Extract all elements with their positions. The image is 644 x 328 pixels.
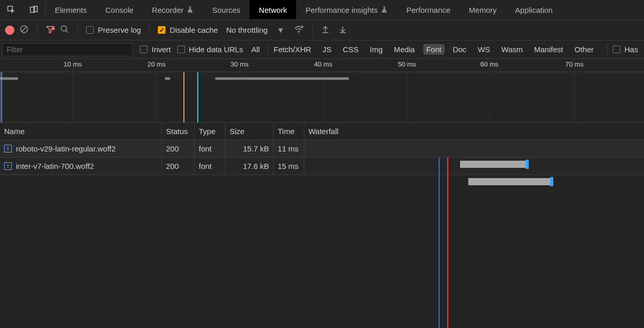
type-filter-other[interactable]: Other: [571, 44, 597, 55]
clear-icon[interactable]: [19, 25, 29, 35]
type-filter-manifest[interactable]: Manifest: [531, 44, 567, 55]
grid-header: Name Status Type Size Time Waterfall: [0, 123, 644, 140]
type-filter-all[interactable]: All: [248, 44, 263, 55]
filter-icon[interactable]: [46, 25, 55, 35]
tab-performance-insights[interactable]: Performance insights: [296, 0, 397, 19]
network-conditions-icon[interactable]: [294, 24, 304, 36]
cell-type: font: [195, 140, 225, 157]
waterfall-marker: [447, 158, 448, 328]
search-icon[interactable]: [60, 25, 69, 35]
ruler-tick: 40 ms: [314, 60, 332, 68]
svg-line-4: [22, 27, 27, 32]
filter-input[interactable]: [2, 43, 133, 56]
chevron-down-icon: ▼: [277, 26, 284, 34]
throttling-select[interactable]: No throttling ▼: [226, 26, 284, 34]
inspect-icon[interactable]: [0, 0, 23, 19]
preserve-log-label: Preserve log: [98, 26, 141, 34]
gridline: [489, 59, 490, 122]
column-header-status[interactable]: Status: [162, 123, 195, 140]
tab-console[interactable]: Console: [96, 0, 143, 19]
tab-application[interactable]: Application: [506, 0, 562, 19]
separator: [607, 44, 608, 55]
has-blocked-checkbox[interactable]: [613, 46, 620, 53]
timeline-ruler: 10 ms20 ms30 ms40 ms50 ms60 ms70 ms: [0, 59, 644, 72]
gridline: [407, 59, 407, 122]
gridline: [323, 59, 324, 122]
waterfall-bar[interactable]: [468, 178, 550, 185]
selection-handle[interactable]: [0, 72, 2, 122]
overview-marker: [197, 72, 198, 122]
separator: [77, 25, 78, 36]
type-filter-wasm[interactable]: Wasm: [498, 44, 526, 55]
grid-body: Troboto-v29-latin-regular.woff2200font15…: [0, 140, 644, 328]
network-filterbar: Invert Hide data URLs AllFetch/XHRJSCSSI…: [0, 40, 644, 59]
hide-data-urls-checkbox[interactable]: [177, 46, 185, 53]
tab-network[interactable]: Network: [250, 0, 296, 19]
cell-name: Tinter-v7-latin-700.woff2: [0, 158, 162, 174]
type-filter-img[interactable]: Img: [367, 44, 386, 55]
gridline: [156, 59, 157, 122]
invert-checkbox[interactable]: [140, 46, 148, 53]
tab-recorder[interactable]: Recorder: [143, 0, 203, 19]
column-header-name[interactable]: Name: [0, 123, 162, 140]
svg-line-6: [66, 30, 68, 33]
type-filter-css[interactable]: CSS: [340, 44, 362, 55]
hide-data-urls-toggle[interactable]: Hide data URLs: [177, 45, 243, 54]
disable-cache-toggle[interactable]: Disable cache: [158, 26, 218, 34]
gridline: [574, 59, 575, 122]
cell-name: Troboto-v29-latin-regular.woff2: [0, 140, 162, 157]
invert-label: Invert: [152, 45, 171, 54]
separator: [268, 44, 268, 55]
record-button[interactable]: [5, 26, 14, 35]
cell-waterfall: [304, 140, 644, 157]
cell-status: 200: [162, 140, 195, 157]
cell-type: font: [195, 158, 225, 174]
overview-marker: [183, 72, 184, 122]
overview-bar: [215, 77, 349, 80]
cell-time: 15 ms: [274, 158, 304, 174]
filter-active-badge: [52, 27, 55, 30]
ruler-tick: 20 ms: [148, 60, 165, 68]
type-filter-doc[interactable]: Doc: [450, 44, 470, 55]
ruler-tick: 50 ms: [398, 60, 416, 68]
tab-memory[interactable]: Memory: [460, 0, 506, 19]
download-har-icon[interactable]: [338, 25, 347, 35]
invert-toggle[interactable]: Invert: [140, 45, 171, 54]
gridline: [240, 59, 240, 122]
has-blocked-toggle[interactable]: Has: [613, 45, 638, 54]
waterfall-pane: [304, 158, 644, 328]
type-filter-fetch-xhr[interactable]: Fetch/XHR: [271, 44, 314, 55]
upload-har-icon[interactable]: [321, 25, 330, 35]
cell-status: 200: [162, 158, 195, 174]
device-toggle-icon[interactable]: [23, 0, 45, 19]
throttling-value: No throttling: [226, 26, 267, 34]
type-filter-media[interactable]: Media: [391, 44, 418, 55]
preserve-log-checkbox[interactable]: [86, 26, 94, 34]
column-header-type[interactable]: Type: [195, 123, 225, 140]
ruler-tick: 10 ms: [64, 60, 81, 68]
disable-cache-checkbox[interactable]: [158, 26, 165, 34]
svg-point-7: [298, 31, 299, 32]
overview-bar: [165, 77, 170, 80]
column-header-time[interactable]: Time: [274, 123, 304, 140]
type-filter-ws[interactable]: WS: [474, 44, 493, 55]
hide-data-urls-label: Hide data URLs: [189, 45, 243, 54]
tab-elements[interactable]: Elements: [46, 0, 96, 19]
ruler-tick: 70 ms: [566, 60, 584, 68]
timeline-overview[interactable]: 10 ms20 ms30 ms40 ms50 ms60 ms70 ms: [0, 59, 644, 123]
separator: [312, 25, 313, 36]
separator: [149, 25, 150, 36]
tab-sources[interactable]: Sources: [203, 0, 250, 19]
ruler-tick: 60 ms: [481, 60, 498, 68]
has-blocked-label: Has: [625, 45, 638, 54]
waterfall-bar[interactable]: [460, 161, 526, 168]
type-filter-js[interactable]: JS: [319, 44, 335, 55]
font-file-icon: T: [4, 145, 12, 152]
waterfall-end-cap: [550, 177, 553, 186]
column-header-waterfall[interactable]: Waterfall: [304, 123, 644, 140]
type-filter-font[interactable]: Font: [423, 44, 445, 55]
preserve-log-toggle[interactable]: Preserve log: [86, 26, 141, 34]
tab-performance[interactable]: Performance: [397, 0, 460, 19]
request-row[interactable]: Troboto-v29-latin-regular.woff2200font15…: [0, 140, 644, 158]
column-header-size[interactable]: Size: [225, 123, 274, 140]
